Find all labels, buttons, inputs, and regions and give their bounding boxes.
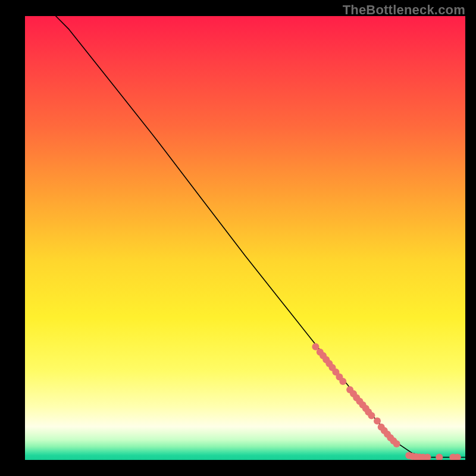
chart-svg	[25, 16, 465, 460]
plot-area	[25, 16, 465, 460]
watermark-label: TheBottleneck.com	[343, 2, 465, 18]
chart-frame: TheBottleneck.com	[0, 0, 476, 476]
scatter-dots	[312, 343, 461, 460]
data-point	[374, 417, 381, 424]
data-point	[436, 454, 443, 461]
curve-line	[56, 16, 465, 458]
data-point	[393, 440, 400, 447]
data-point	[339, 378, 346, 385]
data-point	[368, 412, 375, 419]
